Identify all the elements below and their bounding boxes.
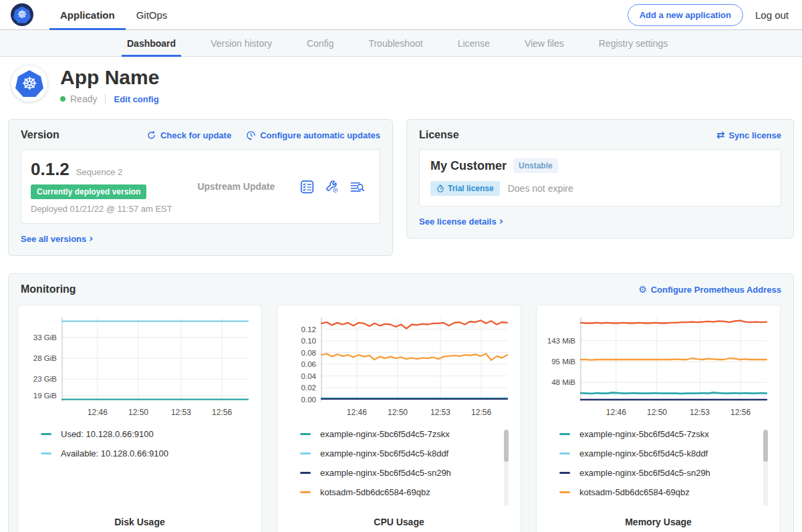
legend-item: kotsadm-5db6dc6584-69qbz — [559, 487, 772, 498]
legend-dash-icon — [41, 452, 51, 454]
legend-item: example-nginx-5bc6f5d4c5-sn29h — [559, 467, 772, 479]
legend-dash-icon — [300, 472, 311, 474]
add-application-button[interactable]: Add a new application — [628, 4, 743, 26]
configure-automatic-updates-label: Configure automatic updates — [260, 130, 380, 140]
legend-item: example-nginx-5bc6f5d4c5-k8ddf — [559, 448, 772, 459]
view-logs-icon[interactable] — [350, 180, 365, 194]
see-license-details-link[interactable]: See license details › — [419, 215, 503, 227]
svg-text:48 MiB: 48 MiB — [551, 378, 575, 386]
check-for-update-label: Check for update — [160, 130, 231, 140]
kubernetes-logo-icon[interactable]: ☸ — [11, 3, 33, 26]
legend-dash-icon — [300, 491, 311, 493]
check-for-update-link[interactable]: Check for update — [146, 130, 231, 140]
tab-view-files[interactable]: View files — [523, 30, 565, 56]
chevron-right-icon: › — [89, 233, 93, 245]
gear-icon: ⚙ — [638, 285, 647, 294]
tab-troubleshoot[interactable]: Troubleshoot — [367, 30, 424, 56]
status-badge: Ready — [70, 94, 106, 104]
currently-deployed-badge: Currently deployed version — [31, 184, 146, 199]
nav-tab-application[interactable]: Application — [49, 0, 126, 29]
tab-version-history[interactable]: Version history — [209, 30, 273, 56]
svg-text:12:56: 12:56 — [212, 408, 232, 417]
legend-label: example-nginx-5bc6f5d4c5-7zskx — [320, 429, 450, 439]
disk-usage-legend: Used: 10.128.0.66:9100Available: 10.128.… — [26, 428, 253, 517]
legend-item: Available: 10.128.0.66:9100 — [41, 448, 253, 459]
tab-license[interactable]: License — [456, 30, 491, 56]
sync-license-link[interactable]: ⇄ Sync license — [716, 130, 781, 140]
legend-item: example-nginx-5bc6f5d4c5-7zskx — [300, 428, 513, 440]
legend-item: kotsadm-5db6dc6584-69qbz — [300, 487, 513, 498]
monitoring-section: Monitoring ⚙ Configure Prometheus Addres… — [8, 273, 794, 532]
legend-label: Used: 10.128.0.66:9100 — [61, 429, 154, 439]
legend-label: example-nginx-5bc6f5d4c5-k8ddf — [320, 448, 448, 458]
nav-tab-application-label: Application — [60, 9, 115, 21]
release-notes-icon[interactable] — [300, 180, 314, 194]
current-version-row: 0.1.2 Sequence 2 Currently deployed vers… — [21, 149, 380, 224]
see-all-versions-link[interactable]: See all versions › — [21, 233, 93, 245]
svg-text:12:46: 12:46 — [347, 408, 367, 417]
svg-text:95 MiB: 95 MiB — [551, 358, 575, 366]
tab-dashboard[interactable]: Dashboard — [126, 30, 177, 56]
chart-title: Memory Usage — [545, 517, 772, 527]
legend-dash-icon — [559, 433, 570, 435]
legend-dash-icon — [41, 433, 51, 435]
sync-license-label: Sync license — [728, 130, 781, 140]
refresh-icon — [146, 130, 156, 140]
edit-config-link[interactable]: Edit config — [114, 94, 158, 104]
legend-dash-icon — [300, 452, 311, 454]
chart-title: Disk Usage — [26, 517, 253, 527]
version-card: Version Check for update Configure autom… — [8, 119, 393, 256]
svg-text:12:53: 12:53 — [690, 408, 710, 417]
top-nav: ☸ Application GitOps Add a new applicati… — [0, 0, 802, 30]
svg-text:12:56: 12:56 — [730, 408, 751, 417]
configure-prometheus-link[interactable]: ⚙ Configure Prometheus Address — [638, 285, 781, 295]
config-wrench-icon[interactable] — [325, 180, 339, 194]
svg-text:12:56: 12:56 — [471, 408, 491, 417]
nav-tab-gitops[interactable]: GitOps — [126, 0, 178, 29]
license-card: License ⇄ Sync license My Customer Unsta… — [406, 119, 794, 239]
svg-text:12:50: 12:50 — [647, 408, 667, 417]
version-number: 0.1.2 — [31, 159, 70, 180]
svg-text:0.00: 0.00 — [301, 396, 316, 404]
sync-arrows-icon: ⇄ — [716, 130, 725, 140]
sequence-label: Sequence 2 — [76, 167, 122, 177]
version-card-title: Version — [21, 129, 59, 141]
svg-text:0.06: 0.06 — [301, 360, 316, 368]
configure-prometheus-label: Configure Prometheus Address — [651, 285, 781, 295]
version-source-label: Upstream Update — [197, 181, 275, 192]
expiration-text: Does not expire — [508, 183, 573, 194]
memory-usage-legend: example-nginx-5bc6f5d4c5-7zskxexample-ng… — [545, 428, 772, 517]
svg-text:12:46: 12:46 — [88, 408, 108, 417]
legend-scrollbar[interactable] — [763, 430, 768, 506]
legend-label: example-nginx-5bc6f5d4c5-sn29h — [320, 468, 451, 478]
configure-automatic-updates-link[interactable]: Configure automatic updates — [246, 130, 380, 140]
app-avatar: ☸ — [11, 65, 48, 102]
svg-text:33 GiB: 33 GiB — [33, 334, 57, 342]
deployed-timestamp: Deployed 01/21/22 @ 11:57 am EST — [31, 204, 172, 214]
cpu-usage-plot: 0.000.020.040.060.080.100.1212:4612:5012… — [285, 312, 513, 422]
tab-config[interactable]: Config — [305, 30, 335, 56]
legend-label: example-nginx-5bc6f5d4c5-7zskx — [579, 429, 709, 439]
legend-label: kotsadm-5db6dc6584-69qbz — [579, 487, 690, 497]
nav-tab-gitops-label: GitOps — [136, 9, 168, 21]
memory-usage-chart-card: 48 MiB95 MiB143 MiB12:4612:5012:5312:56 … — [536, 305, 781, 532]
legend-label: example-nginx-5bc6f5d4c5-sn29h — [579, 468, 710, 478]
legend-dash-icon — [559, 472, 570, 474]
svg-text:12:50: 12:50 — [388, 408, 408, 417]
svg-text:28 GiB: 28 GiB — [33, 354, 57, 362]
logout-link[interactable]: Log out — [755, 9, 789, 21]
svg-text:12:53: 12:53 — [430, 408, 450, 417]
legend-label: Available: 10.128.0.66:9100 — [61, 448, 168, 458]
svg-text:12:46: 12:46 — [606, 408, 626, 417]
customer-name: My Customer — [430, 159, 507, 173]
kots-admin-console: ☸ Application GitOps Add a new applicati… — [0, 0, 802, 532]
trial-license-badge: Trial license — [430, 181, 500, 196]
legend-scrollbar[interactable] — [504, 430, 509, 506]
license-card-title: License — [419, 129, 459, 141]
tab-registry-settings[interactable]: Registry settings — [597, 30, 669, 56]
trial-license-label: Trial license — [448, 184, 494, 193]
channel-badge: Unstable — [513, 158, 558, 173]
see-license-details-label: See license details — [419, 217, 497, 227]
page-title: App Name — [60, 65, 159, 88]
stopwatch-icon — [436, 184, 444, 192]
